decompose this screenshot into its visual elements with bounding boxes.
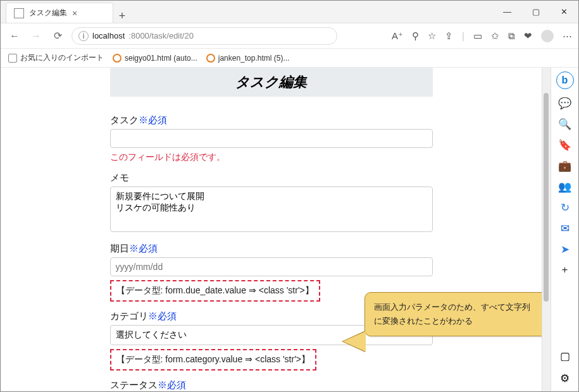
debug-due-date: 【データ型: form.due_date.value ⇒ <class 'str… bbox=[110, 280, 320, 302]
form: タスク※必須 このフィールドは必須です。 メモ 期日※必須 【データ型: for… bbox=[110, 97, 433, 391]
sidebar-add-icon[interactable]: + bbox=[562, 264, 568, 276]
favorites-icon[interactable]: ✩ bbox=[491, 30, 499, 42]
profile-icon[interactable] bbox=[541, 30, 554, 42]
label-status: ステータス※必須 bbox=[110, 379, 433, 391]
minimize-button[interactable]: ― bbox=[493, 0, 521, 23]
tab-active[interactable]: タスク編集 × bbox=[6, 3, 113, 23]
annotation-callout: 画面入力パラメータのため、すべて文字列 に変換されたことがわかる bbox=[364, 292, 542, 336]
page-icon bbox=[206, 54, 215, 63]
bookmark-seigyo[interactable]: seigyo01.html (auto... bbox=[113, 54, 197, 63]
sidebar-toggle-icon[interactable]: ▢ bbox=[560, 350, 570, 363]
page-title: タスク編集 bbox=[115, 73, 428, 92]
settings-icon[interactable]: ⚙ bbox=[560, 372, 570, 385]
window-close-button[interactable]: ✕ bbox=[550, 0, 578, 23]
callout-line2: に変換されたことがわかる bbox=[374, 314, 539, 328]
search-icon[interactable]: ⚲ bbox=[412, 30, 419, 42]
memo-input[interactable] bbox=[110, 187, 433, 232]
new-tab-button[interactable]: + bbox=[113, 9, 131, 23]
collections-icon[interactable]: ⧉ bbox=[508, 30, 515, 42]
task-input[interactable] bbox=[110, 129, 433, 148]
tab-title: タスク編集 bbox=[29, 8, 67, 18]
due-date-input[interactable] bbox=[110, 257, 433, 276]
chat-icon[interactable]: 💬 bbox=[558, 97, 571, 110]
maximize-button[interactable]: ▢ bbox=[521, 0, 550, 23]
bookmarks-bar: お気に入りのインポート seigyo01.html (auto... janke… bbox=[1, 49, 578, 68]
back-button[interactable]: ← bbox=[7, 30, 22, 42]
page-header: タスク編集 bbox=[110, 68, 433, 97]
bing-icon[interactable]: b bbox=[556, 71, 574, 89]
required-mark: ※必須 bbox=[129, 243, 158, 254]
bookmark-janken[interactable]: janken_top.html (5)... bbox=[206, 54, 290, 63]
reading-list-icon[interactable]: ▭ bbox=[473, 30, 482, 42]
search-icon[interactable]: 🔍 bbox=[558, 118, 571, 131]
viewport: タスク編集 タスク※必須 このフィールドは必須です。 メモ 期日※必須 【データ… bbox=[1, 68, 542, 391]
more-icon[interactable]: ⋯ bbox=[563, 30, 572, 42]
titlebar: タスク編集 × + ― ▢ ✕ bbox=[1, 1, 578, 23]
scrollbar-vertical[interactable] bbox=[542, 68, 551, 391]
page: タスク編集 タスク※必須 このフィールドは必須です。 メモ 期日※必須 【データ… bbox=[110, 68, 433, 391]
url-path: :8000/task/edit/20 bbox=[128, 31, 194, 40]
label-task: タスク※必須 bbox=[110, 114, 433, 126]
close-icon[interactable]: × bbox=[72, 8, 77, 18]
edge-sidebar: b 💬 🔍 🔖 💼 👥 ↻ ✉ ➤ + ▢ ⚙ bbox=[551, 68, 578, 391]
heart-icon[interactable]: ❤ bbox=[524, 30, 532, 42]
tag-icon[interactable]: 🔖 bbox=[558, 138, 571, 152]
required-mark: ※必須 bbox=[158, 379, 186, 390]
label-memo: メモ bbox=[110, 172, 433, 184]
window-controls: ― ▢ ✕ bbox=[493, 0, 578, 23]
label-due: 期日※必須 bbox=[110, 243, 433, 255]
document-icon bbox=[14, 8, 24, 18]
reader-icon[interactable]: A⁺ bbox=[392, 30, 403, 42]
folder-icon bbox=[8, 54, 17, 63]
cycle-icon[interactable]: ↻ bbox=[561, 201, 570, 214]
star-icon[interactable]: ☆ bbox=[428, 30, 436, 42]
forward-button: → bbox=[28, 30, 44, 42]
toolbar-icons: A⁺ ⚲ ☆ ⇪ | ▭ ✩ ⧉ ❤ ⋯ bbox=[392, 30, 572, 42]
callout-line1: 画面入力パラメータのため、すべて文字列 bbox=[374, 300, 539, 314]
address-bar: ← → ⟳ i localhost:8000/task/edit/20 A⁺ ⚲… bbox=[1, 23, 578, 49]
refresh-button[interactable]: ⟳ bbox=[50, 30, 65, 42]
required-mark: ※必須 bbox=[148, 310, 177, 321]
task-error: このフィールドは必須です。 bbox=[110, 152, 433, 163]
page-icon bbox=[113, 54, 121, 63]
briefcase-icon[interactable]: 💼 bbox=[558, 159, 571, 173]
browser-window: タスク編集 × + ― ▢ ✕ ← → ⟳ i localhost:8000/t… bbox=[0, 0, 579, 392]
send-icon[interactable]: ➤ bbox=[561, 243, 570, 256]
outlook-icon[interactable]: ✉ bbox=[561, 222, 570, 235]
url-box[interactable]: i localhost:8000/task/edit/20 bbox=[72, 27, 337, 45]
url-host: localhost bbox=[92, 31, 125, 40]
bookmark-import[interactable]: お気に入りのインポート bbox=[8, 52, 104, 63]
people-icon[interactable]: 👥 bbox=[558, 180, 571, 193]
site-info-icon[interactable]: i bbox=[78, 31, 89, 41]
debug-category: 【データ型: form.category.value ⇒ <class 'str… bbox=[110, 349, 317, 371]
required-mark: ※必須 bbox=[139, 114, 167, 125]
sync-icon[interactable]: ⇪ bbox=[445, 30, 453, 42]
scrollbar-thumb[interactable] bbox=[544, 93, 549, 302]
